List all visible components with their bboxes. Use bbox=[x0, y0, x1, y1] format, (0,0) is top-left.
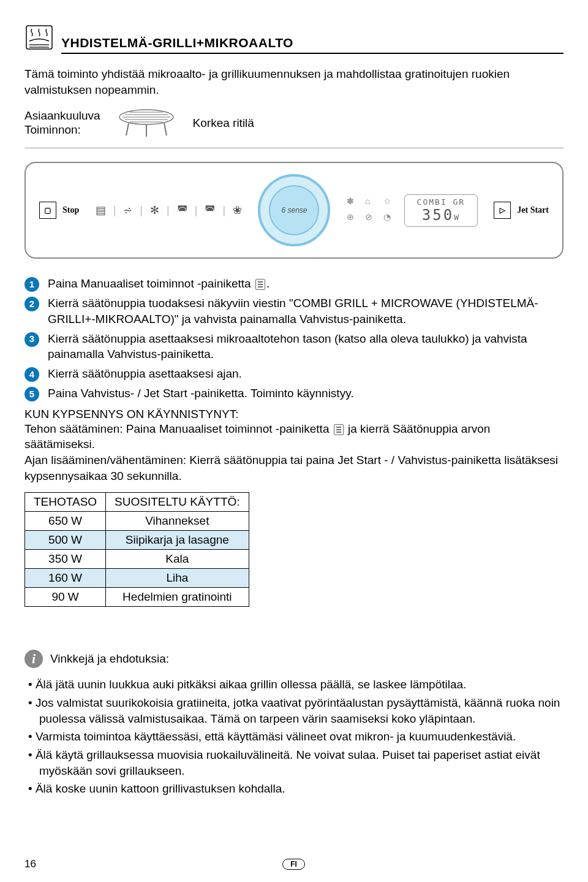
power-table: TEHOTASO SUOSITELTU KÄYTTÖ: 650 W Vihann… bbox=[24, 492, 249, 607]
tip-item: Jos valmistat suurikokoisia gratiineita,… bbox=[39, 695, 564, 726]
step-bullet-2: 2 bbox=[24, 297, 39, 311]
tip-item: Älä koske uunin kattoon grillivastuksen … bbox=[39, 781, 564, 797]
stop-label: Stop bbox=[62, 205, 79, 215]
accessory-row: Asiaankuuluva Toiminnon: Korkea ritilä bbox=[24, 108, 564, 148]
info-icon: i bbox=[24, 650, 43, 668]
page-title: YHDISTELMÄ-GRILLI+MIKROAALTO bbox=[61, 36, 293, 50]
tips-title: Vinkkejä ja ehdotuksia: bbox=[50, 652, 169, 666]
step-bullet-3: 3 bbox=[24, 332, 39, 347]
table-row: 650 W Vihannekset bbox=[25, 512, 249, 531]
lcd-display: COMBI GR 350W bbox=[404, 194, 478, 227]
language-badge: FI bbox=[282, 859, 305, 870]
table-row: 350 W Kala bbox=[25, 550, 249, 569]
page-number: 16 bbox=[24, 858, 36, 870]
step-1: Paina Manuaaliset toiminnot -painiketta … bbox=[48, 276, 564, 292]
manual-button-icon bbox=[334, 424, 344, 435]
step-bullet-4: 4 bbox=[24, 367, 39, 382]
center-dial: 6 sense bbox=[258, 174, 330, 246]
after-start-line-2: Ajan lisääminen/vähentäminen: Kierrä sää… bbox=[24, 452, 564, 484]
accessory-label-1: Asiaankuuluva bbox=[24, 109, 100, 123]
manual-button-icon bbox=[255, 279, 265, 290]
step-bullet-5: 5 bbox=[24, 387, 39, 401]
high-rack-icon bbox=[118, 108, 176, 138]
stop-button-icon: ▢ bbox=[39, 202, 56, 219]
table-row: 90 W Hedelmien gratinointi bbox=[25, 588, 249, 607]
preset-icons: ✽⌂☆ ⊛⊘◔ bbox=[347, 196, 396, 224]
intro-text: Tämä toiminto yhdistää mikroaalto- ja gr… bbox=[24, 66, 564, 97]
tip-item: Älä jätä uunin luukkua auki pitkäksi aik… bbox=[39, 677, 564, 693]
tips-list: Älä jätä uunin luukkua auki pitkäksi aik… bbox=[24, 677, 564, 796]
steps-list: 1 Paina Manuaaliset toiminnot -painikett… bbox=[24, 276, 564, 401]
step-3: Kierrä säätönuppia asettaaksesi mikroaal… bbox=[48, 331, 564, 362]
table-header-use: SUOSITELTU KÄYTTÖ: bbox=[106, 493, 249, 512]
tip-item: Älä käytä grillauksessa muovisia ruokail… bbox=[39, 747, 564, 778]
step-bullet-1: 1 bbox=[24, 277, 39, 292]
table-row: 500 W Siipikarja ja lasagne bbox=[25, 531, 249, 550]
tip-item: Varmista toimintoa käyttäessäsi, että kä… bbox=[39, 729, 564, 745]
table-header-power: TEHOTASO bbox=[25, 493, 106, 512]
mode-icons: ▤| ⩫| ✻| ◚| ◚| ❀ bbox=[96, 203, 242, 217]
accessory-label-2: Toiminnon: bbox=[24, 123, 100, 137]
jet-start-button-icon: ▷ bbox=[494, 202, 511, 219]
accessory-name: Korkea ritilä bbox=[193, 116, 254, 130]
step-5: Paina Vahvistus- / Jet Start -painiketta… bbox=[48, 386, 564, 401]
grill-combo-icon bbox=[24, 25, 54, 50]
step-4: Kierrä säätönuppia asettaaksesi ajan. bbox=[48, 366, 564, 382]
jet-start-label: Jet Start bbox=[517, 205, 549, 215]
after-start-line-1: Tehon säätäminen: Paina Manuaaliset toim… bbox=[24, 421, 564, 452]
after-start-header: KUN KYPSENNYS ON KÄYNNISTYNYT: bbox=[24, 408, 564, 421]
step-2: Kierrä säätönuppia tuodaksesi näkyviin v… bbox=[48, 295, 564, 327]
control-panel-diagram: ▢ Stop ▤| ⩫| ✻| ◚| ◚| ❀ 6 sense ✽⌂☆ ⊛⊘◔ bbox=[24, 162, 564, 259]
table-row: 160 W Liha bbox=[25, 569, 249, 588]
